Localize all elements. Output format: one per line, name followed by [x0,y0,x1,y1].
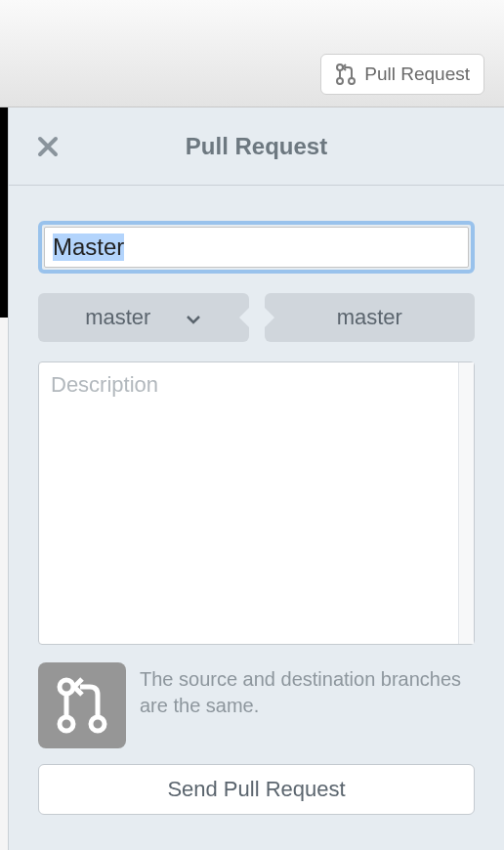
chevron-down-icon [186,305,201,330]
source-branch-dropdown[interactable]: master [38,293,249,342]
send-pull-request-label: Send Pull Request [167,777,345,801]
svg-point-5 [91,717,105,731]
source-branch-label: master [85,305,150,330]
panel-title: Pull Request [28,133,484,160]
description-wrap [38,361,475,645]
pull-request-toolbar-label: Pull Request [364,64,470,85]
left-divider-strip [0,107,8,318]
panel-header: Pull Request [9,107,504,186]
target-branch-dropdown[interactable]: master [265,293,476,342]
warning-row: The source and destination branches are … [38,662,475,748]
svg-point-1 [337,78,343,84]
svg-point-4 [60,717,73,731]
send-pull-request-button[interactable]: Send Pull Request [38,764,475,815]
pr-title-input[interactable] [44,227,469,268]
svg-point-2 [349,78,355,84]
pull-request-icon [38,662,126,748]
pull-request-toolbar-button[interactable]: Pull Request [320,54,484,95]
scrollbar-track[interactable] [458,362,474,644]
close-button[interactable] [36,135,60,158]
description-textarea[interactable] [39,362,458,644]
svg-point-3 [60,680,73,694]
panel-body: master master [9,186,504,834]
title-input-wrap [38,221,475,274]
warning-text: The source and destination branches are … [140,662,475,719]
branch-arrow-divider [249,293,265,342]
toolbar: Pull Request [0,0,504,107]
pull-request-panel: Pull Request master master [8,107,504,850]
pull-request-icon [335,63,357,86]
target-branch-label: master [337,305,402,330]
branch-selector-row: master master [38,293,475,342]
